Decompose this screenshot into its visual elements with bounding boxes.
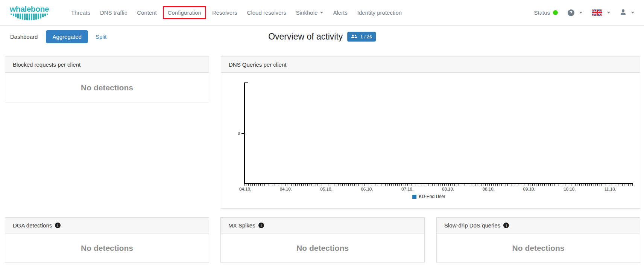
aggregated-button[interactable]: Aggregated xyxy=(46,30,88,43)
card-dga-detections: DGA detections No detections xyxy=(5,217,209,263)
x-axis-tick-label: 10.10. xyxy=(564,187,576,191)
nav-item-label: Configuration xyxy=(168,9,201,16)
page-title: Overview of activity xyxy=(268,32,343,42)
card-title: MX Spikes xyxy=(228,222,255,229)
card-body: No detections xyxy=(5,73,209,102)
x-axis-tick-label: 08.10. xyxy=(442,187,454,191)
card-dns-queries: DNS Queries per client 0 04.10.04.10.05.… xyxy=(221,56,640,209)
legend-label: KD-End User xyxy=(419,194,445,199)
nav-item-dns-traffic[interactable]: DNS traffic xyxy=(95,6,132,19)
nav-item-label: Content xyxy=(137,9,157,16)
chevron-down-icon xyxy=(579,12,582,14)
clients-count-badge[interactable]: 1 / 26 xyxy=(347,32,376,41)
nav-item-label: Resolvers xyxy=(212,9,237,16)
navbar-right: Status xyxy=(534,9,634,17)
card-body: No detections xyxy=(221,233,424,263)
split-link[interactable]: Split xyxy=(96,34,106,40)
card-header: Slow-drip DoS queries xyxy=(437,218,640,233)
nav-item-threats[interactable]: Threats xyxy=(66,6,95,19)
x-axis-tick-label: 08.10. xyxy=(483,187,495,191)
card-body: No detections xyxy=(437,233,640,263)
help-dropdown[interactable] xyxy=(568,9,582,16)
no-detections-text: No detections xyxy=(81,83,133,92)
card-title: Slow-drip DoS queries xyxy=(444,222,500,229)
chart-legend: KD-End User xyxy=(412,194,445,199)
account-dropdown[interactable] xyxy=(620,9,634,17)
whalebone-logo-text: whalebone xyxy=(10,5,49,13)
clients-count-label: 1 / 26 xyxy=(360,34,372,39)
toolbar: Dashboard Aggregated Split Overview of a… xyxy=(0,26,644,47)
y-axis xyxy=(244,82,245,184)
dashboard-link[interactable]: Dashboard xyxy=(10,34,38,40)
x-axis-tick-label: 06.10. xyxy=(361,187,373,191)
info-icon[interactable] xyxy=(55,223,61,228)
x-axis-labels: 04.10.04.10.05.10.06.10.07.10.08.10.08.1… xyxy=(221,187,640,193)
nav-item-label: Threats xyxy=(71,9,90,16)
nav-item-configuration[interactable]: Configuration xyxy=(163,6,206,19)
legend-swatch xyxy=(412,195,416,199)
chevron-down-icon xyxy=(607,12,610,14)
nav-item-label: Sinkhole xyxy=(296,9,318,16)
top-navbar: whalebone ThreatsDNS trafficContentConfi… xyxy=(0,0,644,26)
nav-item-label: DNS traffic xyxy=(100,9,127,16)
x-axis-tick-label: 04.10. xyxy=(239,187,251,191)
uk-flag-icon xyxy=(592,9,602,16)
card-body: No detections xyxy=(5,233,209,263)
card-header: DGA detections xyxy=(5,218,209,233)
nav-item-resolvers[interactable]: Resolvers xyxy=(207,6,242,19)
chevron-down-icon xyxy=(631,12,634,14)
no-detections-text: No detections xyxy=(81,244,133,253)
x-axis-tick-label: 05.10. xyxy=(320,187,333,191)
x-axis-tick-label: 11.10. xyxy=(605,187,616,191)
info-icon[interactable] xyxy=(258,223,264,228)
nav-item-content[interactable]: Content xyxy=(132,6,162,19)
status-ok-dot-icon xyxy=(553,10,558,15)
info-icon[interactable] xyxy=(503,223,509,228)
card-title: DGA detections xyxy=(13,222,52,229)
language-dropdown[interactable] xyxy=(592,9,610,16)
nav-item-alerts[interactable]: Alerts xyxy=(328,6,352,19)
nav-item-label: Identity protection xyxy=(357,9,402,16)
chevron-down-icon xyxy=(320,12,323,14)
no-detections-text: No detections xyxy=(512,244,565,253)
card-header: Blocked requests per client xyxy=(5,57,209,73)
nav-item-identity-protection[interactable]: Identity protection xyxy=(352,6,407,19)
nav-item-sinkhole[interactable]: Sinkhole xyxy=(291,6,328,19)
nav-item-cloud-resolvers[interactable]: Cloud resolvers xyxy=(242,6,291,19)
card-title: DNS Queries per client xyxy=(229,61,286,68)
page-head: Overview of activity 1 / 26 xyxy=(268,32,376,42)
card-slowdrip-dos: Slow-drip DoS queries No detections xyxy=(436,217,640,263)
nav-item-label: Cloud resolvers xyxy=(247,9,286,16)
nav-menu: ThreatsDNS trafficContentConfigurationRe… xyxy=(66,6,407,19)
dns-queries-chart: 0 04.10.04.10.05.10.06.10.07.10.08.10.08… xyxy=(221,73,640,209)
question-mark-icon xyxy=(568,9,574,16)
no-detections-text: No detections xyxy=(296,244,349,253)
x-axis-tick-label: 04.10. xyxy=(280,187,292,191)
card-header: DNS Queries per client xyxy=(221,57,640,73)
x-axis-minor-ticks xyxy=(244,184,633,186)
nav-item-label: Alerts xyxy=(333,9,347,16)
card-mx-spikes: MX Spikes No detections xyxy=(220,217,425,263)
y-axis-tick xyxy=(242,133,244,134)
whalebone-baleen-icon xyxy=(10,14,49,20)
x-axis-tick-label: 09.10. xyxy=(523,187,535,191)
card-blocked-requests: Blocked requests per client No detection… xyxy=(5,56,209,102)
x-axis-tick-label: 07.10. xyxy=(401,187,413,191)
status-link[interactable]: Status xyxy=(534,9,558,16)
status-label: Status xyxy=(534,9,550,16)
user-icon xyxy=(620,9,626,17)
y-axis-tick-label: 0 xyxy=(232,131,240,136)
users-icon xyxy=(351,34,358,39)
card-header: MX Spikes xyxy=(221,218,424,233)
whalebone-logo[interactable]: whalebone xyxy=(10,5,49,20)
card-title: Blocked requests per client xyxy=(13,61,80,68)
